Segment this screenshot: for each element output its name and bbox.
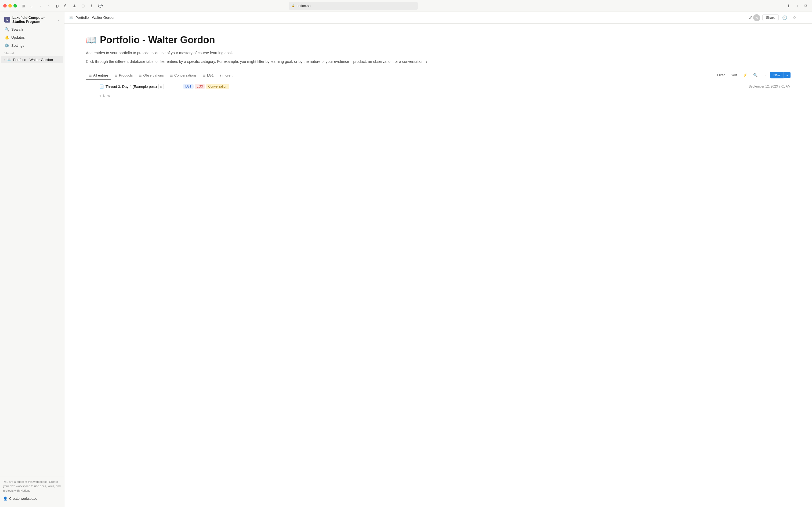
new-button-main[interactable]: New: [770, 72, 784, 78]
tab-label: Conversations: [174, 73, 196, 77]
sidebar-item-settings[interactable]: ⚙️ Settings: [1, 42, 63, 49]
main-content: 📖 Portfolio - Walter Gordon W W Share 🕐 …: [64, 12, 812, 507]
list-icon: ☰: [202, 73, 206, 77]
person-icon[interactable]: ♟: [72, 3, 77, 9]
add-row-button[interactable]: +: [86, 83, 92, 90]
page-header-title: Portfolio - Walter Gordon: [75, 15, 747, 19]
tab-label: Observations: [143, 73, 164, 77]
workspace-selector[interactable]: L Lakefield Computer Studies Program ⌄: [1, 14, 63, 25]
sidebar-item-updates[interactable]: 🔔 Updates: [1, 34, 63, 41]
tag-lg3: LG3: [195, 84, 205, 89]
tab-label: All entries: [93, 73, 109, 77]
sidebar: L Lakefield Computer Studies Program ⌄ 🔍…: [0, 12, 64, 507]
cube-icon[interactable]: ⬡: [80, 3, 85, 9]
sidebar-toggle-icon[interactable]: ⊞: [21, 3, 26, 9]
list-icon: ☰: [114, 73, 118, 77]
page-description-1: Add entries to your portfolio to provide…: [86, 50, 791, 56]
row-tags: LG1 LG3 Conversation: [183, 84, 745, 89]
chat-icon[interactable]: 💬: [98, 3, 103, 9]
titlebar-icons: ⊞ ⌄: [21, 3, 34, 9]
page-header-icon: 📖: [69, 15, 73, 20]
sidebar-item-label: Search: [11, 27, 23, 32]
tab-observations[interactable]: ☰ Observations: [136, 71, 167, 80]
tag-conversation: Conversation: [206, 84, 229, 89]
tabs-icon[interactable]: ⧉: [803, 3, 809, 9]
database-table: + ⠿ 📄 Thread 3, Day 4 (Example post) ⊞ L…: [86, 81, 791, 99]
tab-products[interactable]: ☰ Products: [112, 71, 135, 80]
bell-icon: 🔔: [4, 35, 9, 40]
plus-icon: 👤: [3, 497, 7, 501]
add-new-row[interactable]: + New: [86, 92, 791, 99]
close-button[interactable]: [3, 4, 7, 7]
maximize-button[interactable]: [13, 4, 17, 7]
workspace-name: Lakefield Computer Studies Program: [12, 15, 55, 23]
sidebar-item-label: Settings: [11, 44, 24, 48]
avatar-label: W: [749, 16, 752, 19]
page-header-bar: 📖 Portfolio - Walter Gordon W W Share 🕐 …: [64, 12, 812, 23]
workspace-chevron-icon: ⌄: [57, 18, 60, 21]
drag-handle-icon[interactable]: ⠿: [93, 83, 99, 90]
moon-icon[interactable]: ◐: [55, 3, 60, 9]
sidebar-item-label: Updates: [11, 36, 25, 40]
link-icon[interactable]: ⊞: [159, 84, 164, 89]
workspace-icon: L: [4, 17, 10, 22]
page-title-label: Portfolio - Walter Gordon: [13, 58, 53, 62]
new-tab-icon[interactable]: +: [794, 3, 800, 9]
url-bar[interactable]: 🔒 notion.so: [289, 2, 418, 10]
sort-button[interactable]: Sort: [729, 72, 739, 78]
shared-section-label: Shared: [0, 49, 64, 56]
db-toolbar-actions: Filter Sort ⚡ 🔍 ··· New ⌄: [715, 72, 791, 79]
tab-label: Products: [119, 73, 133, 77]
tab-conversations[interactable]: ☰ Conversations: [167, 71, 199, 80]
page-chevron-icon: ›: [4, 58, 5, 61]
tab-more[interactable]: 7 more...: [217, 71, 236, 80]
titlebar-right: ⬆ + ⧉: [786, 3, 809, 9]
tag-lg1: LG1: [183, 84, 193, 89]
page-title: Portfolio - Walter Gordon: [100, 35, 215, 46]
list-icon: ☰: [170, 73, 173, 77]
page-description-2: Click through the different database tab…: [86, 59, 791, 64]
page-icon: 📖: [7, 57, 11, 62]
gear-icon: ⚙️: [4, 43, 9, 48]
clock-icon[interactable]: 🕐: [781, 14, 789, 21]
new-button-chevron[interactable]: ⌄: [784, 72, 791, 78]
search-button[interactable]: 🔍: [751, 72, 760, 78]
page-header-actions: W W Share 🕐 ☆ ···: [749, 14, 808, 21]
star-icon[interactable]: ☆: [791, 14, 798, 21]
row-name[interactable]: 📄 Thread 3, Day 4 (Example post) ⊞: [99, 84, 180, 89]
new-entry-button[interactable]: New ⌄: [770, 72, 791, 78]
sidebar-item-portfolio[interactable]: › 📖 Portfolio - Walter Gordon: [1, 56, 63, 63]
traffic-lights: [3, 4, 17, 7]
back-button[interactable]: ‹: [37, 2, 44, 9]
minimize-button[interactable]: [8, 4, 12, 7]
forward-button[interactable]: ›: [45, 2, 52, 9]
bolt-icon[interactable]: ⚡: [741, 72, 749, 78]
tab-lg1[interactable]: ☰ LG1: [200, 71, 217, 80]
sidebar-footer: You are a guest of this workspace. Creat…: [0, 476, 64, 505]
avatar-group: W W: [749, 14, 760, 21]
app: L Lakefield Computer Studies Program ⌄ 🔍…: [0, 12, 812, 507]
chevron-down-icon[interactable]: ⌄: [29, 3, 34, 9]
filter-button[interactable]: Filter: [715, 72, 727, 78]
share-icon[interactable]: ⬆: [786, 3, 792, 9]
tab-label: LG1: [207, 73, 214, 77]
list-icon: ☰: [89, 73, 92, 77]
create-workspace-button[interactable]: 👤 Create workspace: [3, 496, 61, 502]
more-options-button[interactable]: ···: [761, 72, 768, 78]
browser-icons: ◐ ⏱ ♟ ⬡ ℹ 💬: [55, 3, 103, 9]
tab-label: 7 more...: [220, 73, 233, 77]
titlebar: ⊞ ⌄ ‹ › ◐ ⏱ ♟ ⬡ ℹ 💬 🔒 notion.so ⬆ + ⧉: [0, 0, 812, 12]
tab-all-entries[interactable]: ☰ All entries: [86, 71, 111, 80]
page-emoji: 📖: [86, 35, 97, 45]
info-icon[interactable]: ℹ: [89, 3, 94, 9]
timer-icon[interactable]: ⏱: [63, 3, 68, 9]
share-button[interactable]: Share: [762, 14, 779, 21]
create-workspace-label: Create workspace: [9, 497, 37, 501]
new-row-label: New: [103, 94, 110, 98]
more-icon[interactable]: ···: [800, 14, 808, 21]
sidebar-item-search[interactable]: 🔍 Search: [1, 25, 63, 33]
titlebar-nav: ‹ ›: [37, 2, 52, 9]
search-icon: 🔍: [4, 27, 9, 32]
table-row: + ⠿ 📄 Thread 3, Day 4 (Example post) ⊞ L…: [86, 81, 791, 92]
avatar: W: [753, 14, 760, 21]
